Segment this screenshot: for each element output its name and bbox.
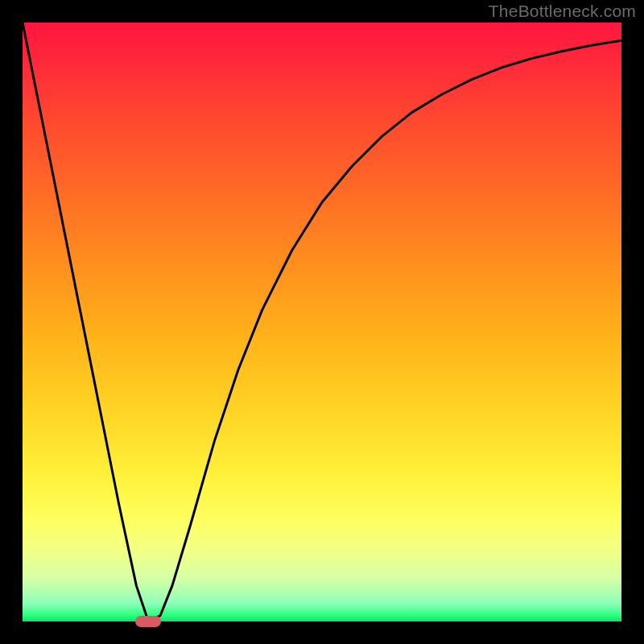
bottleneck-curve xyxy=(23,23,621,621)
plot-area xyxy=(23,23,621,621)
chart-frame: TheBottleneck.com xyxy=(0,0,644,644)
optimal-point-marker xyxy=(135,616,161,627)
curve-svg xyxy=(23,23,621,621)
watermark-text: TheBottleneck.com xyxy=(489,2,636,21)
